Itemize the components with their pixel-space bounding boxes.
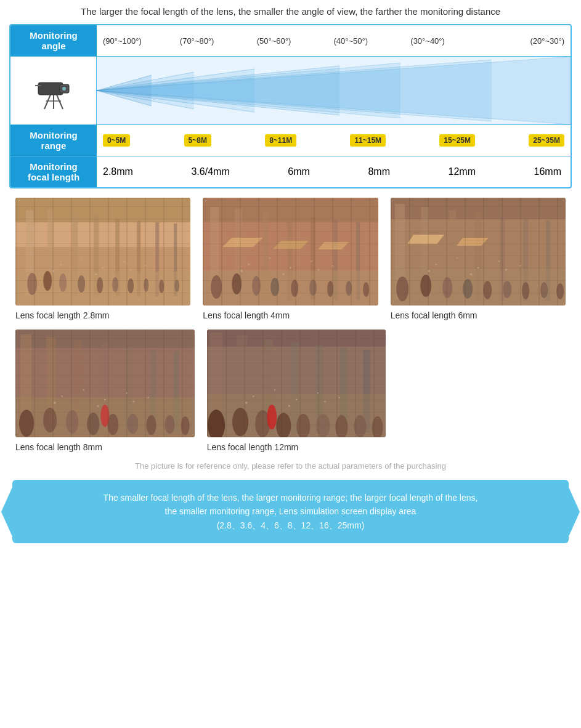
svg-point-129 <box>316 414 330 437</box>
svg-marker-93 <box>457 238 489 246</box>
angle-content: (90°~100°) (70°~80°) (50°~60°) (40°~50°)… <box>97 25 571 56</box>
svg-rect-78 <box>475 213 481 301</box>
angle-item-2: (70°~80°) <box>180 36 257 46</box>
svg-point-68 <box>346 281 352 296</box>
svg-point-107 <box>87 413 99 435</box>
svg-point-47 <box>128 278 134 293</box>
focal-val-6: 16mm <box>534 166 561 177</box>
svg-point-126 <box>255 410 270 437</box>
svg-point-84 <box>420 275 431 297</box>
svg-rect-38 <box>155 222 159 296</box>
bottom-line1: The smaller focal length of the lens, th… <box>104 493 478 503</box>
svg-point-69 <box>363 282 369 297</box>
svg-rect-60 <box>203 270 378 305</box>
svg-rect-52 <box>203 198 378 222</box>
svg-point-65 <box>291 280 298 297</box>
svg-point-66 <box>309 280 317 296</box>
svg-rect-121 <box>339 348 347 433</box>
fan-diagram <box>97 57 571 124</box>
svg-point-86 <box>463 279 473 299</box>
svg-rect-98 <box>74 341 82 433</box>
svg-rect-114 <box>207 330 386 437</box>
svg-rect-53 <box>210 207 219 299</box>
svg-rect-33 <box>47 210 54 296</box>
svg-point-83 <box>396 277 408 301</box>
svg-point-88 <box>503 281 511 298</box>
image-grid: Lens focal length 2.8mm <box>9 198 572 452</box>
image-item-3: Lens focal length 6mm <box>391 198 566 320</box>
svg-rect-36 <box>115 219 120 296</box>
svg-rect-34 <box>72 213 78 296</box>
image-item-2: Lens focal length 4mm <box>203 198 378 320</box>
svg-point-46 <box>112 277 118 292</box>
visual-row <box>10 57 571 125</box>
crowd-scene-4 <box>15 330 195 437</box>
svg-rect-102 <box>174 351 179 432</box>
image-row-2: Lens focal length 8mm <box>9 330 572 452</box>
svg-rect-35 <box>94 216 99 296</box>
svg-rect-54 <box>235 209 242 300</box>
image-caption-5: Lens focal length 12mm <box>207 442 299 452</box>
angle-item-1: (90°~100°) <box>103 36 180 46</box>
range-badge-3: 8~11M <box>265 134 296 147</box>
svg-rect-79 <box>500 216 505 301</box>
svg-rect-39 <box>174 224 177 296</box>
angle-label: Monitoringangle <box>10 25 97 56</box>
image-caption-4: Lens focal length 8mm <box>15 442 102 452</box>
svg-rect-123 <box>207 394 386 437</box>
camera-icon <box>23 69 84 112</box>
svg-rect-82 <box>391 269 566 305</box>
svg-point-91 <box>556 283 564 299</box>
svg-rect-30 <box>15 198 190 247</box>
svg-rect-56 <box>287 215 293 300</box>
svg-rect-75 <box>395 204 405 299</box>
svg-rect-31 <box>15 198 190 222</box>
diagram-container: Monitoringangle (90°~100°) (70°~80°) (50… <box>9 24 572 188</box>
svg-point-124 <box>208 410 225 437</box>
svg-point-130 <box>335 415 347 437</box>
svg-point-61 <box>211 275 222 299</box>
svg-rect-29 <box>15 198 190 305</box>
image-row-1: Lens focal length 2.8mm <box>9 198 572 320</box>
svg-rect-122 <box>363 350 370 432</box>
svg-point-6 <box>62 86 67 91</box>
svg-rect-117 <box>237 336 247 433</box>
image-4 <box>15 330 195 437</box>
image-5 <box>207 330 386 437</box>
svg-rect-57 <box>311 217 315 300</box>
svg-point-41 <box>27 273 37 295</box>
svg-point-62 <box>232 273 242 294</box>
crowd-scene-2 <box>203 198 378 305</box>
svg-point-105 <box>43 408 57 432</box>
svg-rect-81 <box>546 220 550 301</box>
angle-item-4: (40°~50°) <box>333 36 410 46</box>
svg-rect-118 <box>264 339 273 433</box>
svg-rect-103 <box>15 397 195 437</box>
image-caption-3: Lens focal length 6mm <box>391 310 477 320</box>
svg-rect-119 <box>290 342 299 433</box>
svg-point-87 <box>483 281 492 299</box>
svg-marker-72 <box>318 242 349 249</box>
focal-val-2: 3.6/4mm <box>191 166 229 177</box>
svg-marker-14 <box>97 75 152 106</box>
bottom-line3: (2.8、3.6、4、6、8、12、16、25mm) <box>217 520 365 530</box>
range-content: 0~5M 5~8M 8~11M 11~15M 15~25M 25~35M <box>97 125 571 156</box>
angle-row: Monitoringangle (90°~100°) (70°~80°) (50… <box>10 25 571 57</box>
range-badges: 0~5M 5~8M 8~11M 11~15M 15~25M 25~35M <box>103 134 564 147</box>
image-1 <box>15 198 190 305</box>
crowd-scene-1 <box>15 198 190 305</box>
svg-point-110 <box>146 415 156 435</box>
angle-item-3: (50°~60°) <box>257 36 334 46</box>
focal-val-4: 8mm <box>368 166 390 177</box>
svg-rect-55 <box>262 211 269 300</box>
svg-rect-58 <box>333 220 338 300</box>
svg-point-44 <box>78 275 85 293</box>
angle-item-5: (30°~40°) <box>410 36 487 46</box>
svg-point-127 <box>276 413 291 437</box>
svg-rect-115 <box>207 330 386 347</box>
focal-values: 2.8mm 3.6/4mm 6mm 8mm 12mm 16mm <box>103 166 564 177</box>
focal-val-3: 6mm <box>288 166 310 177</box>
svg-point-43 <box>59 273 67 292</box>
focal-row: Monitoringfocal length 2.8mm 3.6/4mm 6mm… <box>10 156 571 187</box>
focal-content: 2.8mm 3.6/4mm 6mm 8mm 12mm 16mm <box>97 156 571 187</box>
